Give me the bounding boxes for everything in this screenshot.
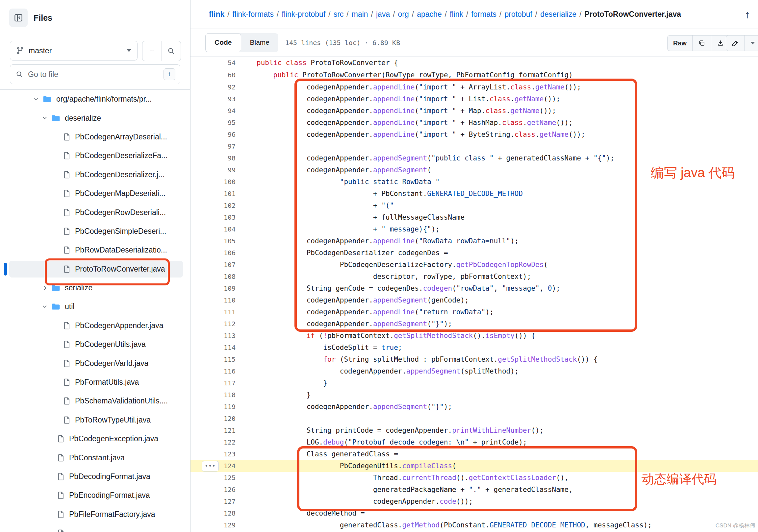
breadcrumb-link[interactable]: java <box>376 10 390 18</box>
line-number[interactable]: 106 <box>190 247 236 259</box>
line-number[interactable]: 114 <box>190 342 236 353</box>
tree-folder-item[interactable]: org/apache/flink/formats/pr... <box>0 90 190 109</box>
line-number[interactable]: 99 <box>190 164 236 176</box>
line-number[interactable]: 112 <box>190 318 236 330</box>
tree-file-item[interactable]: PbSchemaValidationUtils.... <box>0 392 190 410</box>
line-number[interactable]: 119 <box>190 401 236 413</box>
line-number[interactable]: 96 <box>190 129 236 140</box>
files-header: Files <box>9 9 52 27</box>
tab-code[interactable]: Code <box>205 33 241 52</box>
code-line-103: 103+ fullMessageClassName <box>190 212 758 223</box>
breadcrumb-link[interactable]: flink-protobuf <box>282 10 326 18</box>
line-number[interactable]: 54 <box>190 57 236 69</box>
tree-file-item[interactable]: ProtoToRowConverter.java <box>0 260 190 279</box>
tree-file-item[interactable]: PbCodegenRowDeseriali... <box>0 203 190 222</box>
tree-file-item[interactable]: PbCodegenMapDeseriali... <box>0 184 190 203</box>
breadcrumb-link[interactable]: flink <box>209 10 224 18</box>
tree-file-item[interactable]: PbCodegenSimpleDeseri... <box>0 222 190 241</box>
file-icon <box>63 321 70 330</box>
line-number[interactable]: 98 <box>190 152 236 164</box>
breadcrumb-link[interactable]: apache <box>417 10 441 18</box>
breadcrumb-link[interactable]: protobuf <box>504 10 532 18</box>
breadcrumb-link[interactable]: src <box>333 10 344 18</box>
line-number[interactable]: 109 <box>190 283 236 294</box>
tree-file-item[interactable] <box>0 524 190 532</box>
tree-file-item[interactable]: PbCodegenUtils.java <box>0 335 190 354</box>
tree-folder-item[interactable]: serialize <box>0 279 190 297</box>
tree-file-item[interactable]: PbDecodingFormat.java <box>0 467 190 486</box>
line-number[interactable]: 94 <box>190 105 236 117</box>
tree-file-item[interactable]: PbFormatUtils.java <box>0 373 190 392</box>
line-number[interactable]: 121 <box>190 424 236 436</box>
breadcrumb-separator: / <box>463 10 471 18</box>
goto-file-input[interactable] <box>27 70 163 79</box>
breadcrumb-link[interactable]: formats <box>471 10 497 18</box>
breadcrumb-link[interactable]: main <box>352 10 368 18</box>
line-number[interactable]: 117 <box>190 377 236 389</box>
raw-button[interactable]: Raw <box>668 36 692 50</box>
tree-file-item[interactable]: PbCodegenAppender.java <box>0 316 190 335</box>
code-line-119: 119codegenAppender.appendSegment("}"); <box>190 401 758 413</box>
add-file-button[interactable] <box>142 41 161 61</box>
breadcrumb-link[interactable]: flink-formats <box>233 10 274 18</box>
breadcrumb-link[interactable]: deserialize <box>540 10 576 18</box>
scroll-to-top-icon[interactable]: ↑ <box>745 8 750 21</box>
line-number[interactable]: 107 <box>190 259 236 271</box>
line-number[interactable]: 103 <box>190 212 236 223</box>
line-number[interactable]: 126 <box>190 484 236 495</box>
edit-button[interactable] <box>726 36 744 50</box>
breadcrumb-link[interactable]: org <box>398 10 409 18</box>
collapse-sidebar-button[interactable] <box>9 9 28 27</box>
line-number[interactable]: 97 <box>190 140 236 152</box>
code-line-120: 120 <box>190 413 758 424</box>
line-number[interactable]: 105 <box>190 235 236 247</box>
pencil-icon <box>732 40 739 47</box>
line-number[interactable]: 113 <box>190 330 236 342</box>
line-number[interactable]: 110 <box>190 294 236 306</box>
line-number[interactable]: 120 <box>190 413 236 424</box>
line-number[interactable]: 115 <box>190 353 236 365</box>
tree-folder-item[interactable]: deserialize <box>0 109 190 127</box>
file-icon <box>63 209 70 217</box>
tree-file-item[interactable]: PbConstant.java <box>0 448 190 467</box>
tree-file-item[interactable]: PbToRowTypeUtil.java <box>0 411 190 429</box>
line-number[interactable]: 60 <box>190 69 236 81</box>
line-number[interactable]: 129 <box>190 519 236 531</box>
line-number[interactable]: 123 <box>190 448 236 460</box>
tree-file-item[interactable]: PbRowDataDeserializatio... <box>0 241 190 259</box>
edit-dropdown-button[interactable] <box>744 36 758 50</box>
line-number[interactable]: 122 <box>190 436 236 448</box>
line-number[interactable]: 101 <box>190 188 236 200</box>
line-number[interactable]: 102 <box>190 200 236 212</box>
tree-item-label: PbRowDataDeserializatio... <box>75 246 167 254</box>
breadcrumb-link[interactable]: flink <box>450 10 463 18</box>
tree-file-item[interactable]: PbCodegenVarId.java <box>0 354 190 373</box>
line-number[interactable]: 125 <box>190 472 236 484</box>
code-text: for (String splitMethod : pbFormatContex… <box>257 353 598 365</box>
tree-file-item[interactable]: PbFileFormatFactory.java <box>0 505 190 524</box>
line-number[interactable]: 93 <box>190 93 236 105</box>
line-number[interactable]: 104 <box>190 223 236 235</box>
line-number[interactable]: 95 <box>190 117 236 129</box>
tree-file-item[interactable]: PbCodegenDeserializer.j... <box>0 165 190 184</box>
line-number[interactable]: 127 <box>190 495 236 507</box>
line-number[interactable]: 108 <box>190 271 236 283</box>
tree-file-item[interactable]: PbEncodingFormat.java <box>0 486 190 505</box>
breadcrumb-separator: / <box>224 10 232 18</box>
line-number[interactable]: 116 <box>190 365 236 377</box>
branch-selector[interactable]: master <box>10 41 138 60</box>
line-number[interactable]: 100 <box>190 176 236 188</box>
tree-file-item[interactable]: PbCodegenArrayDeserial... <box>0 128 190 146</box>
code-text: codegenAppender.appendSegment(splitMetho… <box>257 365 519 377</box>
line-number[interactable]: 92 <box>190 81 236 93</box>
tree-file-item[interactable]: PbCodegenDeserializeFa... <box>0 146 190 165</box>
line-number[interactable]: 118 <box>190 389 236 401</box>
tree-file-item[interactable]: PbCodegenException.java <box>0 429 190 448</box>
line-menu-button[interactable]: ••• <box>202 461 219 472</box>
line-number[interactable]: 128 <box>190 507 236 519</box>
tab-blame[interactable]: Blame <box>241 33 279 52</box>
line-number[interactable]: 111 <box>190 306 236 318</box>
search-tree-button[interactable] <box>161 41 181 61</box>
tree-folder-item[interactable]: util <box>0 297 190 316</box>
copy-button[interactable] <box>692 36 711 50</box>
